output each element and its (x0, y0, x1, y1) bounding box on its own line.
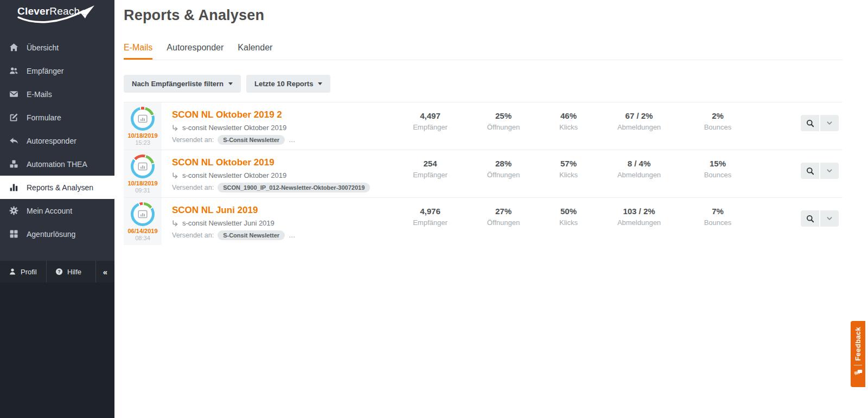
footer-item-label: Profil (21, 268, 37, 276)
sent-to-label: Versendet an: (172, 231, 214, 239)
view-report-button[interactable] (801, 210, 819, 227)
tab-emails[interactable]: E-Mails (124, 43, 152, 60)
stat--ffnungen: 25% Öffnungen (465, 111, 541, 150)
stat-label: Bounces (682, 218, 753, 227)
report-info: SCON NL Oktober 2019 2 s-consit Newslett… (162, 102, 395, 150)
report-title-link[interactable]: SCON NL Oktober 2019 2 (172, 110, 282, 120)
chevron-down-icon (826, 168, 833, 174)
report-list: 10/18/2019 15:23 SCON NL Oktober 2019 2 … (124, 102, 843, 245)
stat-empf-nger: 4,976 Empfänger (395, 207, 465, 245)
magnifier-icon (806, 167, 814, 175)
report-time: 09:31 (135, 187, 150, 194)
tab-autoresponder[interactable]: Autoresponder (167, 43, 224, 60)
stat-label: Empfänger (395, 218, 465, 227)
envelope-icon (9, 89, 18, 99)
stat-klicks: 50% Klicks (541, 207, 596, 245)
report-sent-to: Versendet an: S-Consit Newsletter … (172, 230, 395, 240)
report-date-column: 10/18/2019 09:31 (124, 150, 162, 197)
stat-value: 57% (541, 159, 596, 168)
report-info: SCON NL Juni 2019 s-consit Newsletter Ju… (162, 198, 395, 245)
sidebar-item-formulare[interactable]: Formulare (0, 106, 114, 129)
stat-value: 27% (465, 207, 541, 216)
gear-icon (9, 206, 18, 215)
report-info: SCON NL Oktober 2019 s-consit Newsletter… (162, 150, 395, 197)
report-subject: s-consit Newsletter Oktober 2019 (172, 124, 395, 132)
report-row: 10/18/2019 09:31 SCON NL Oktober 2019 s-… (124, 150, 843, 197)
stat-label: Bounces (682, 171, 753, 179)
stat--ffnungen: 27% Öffnungen (465, 207, 541, 245)
footer-item-collapse[interactable]: « (95, 261, 114, 282)
stat-value: 103 / 2% (596, 207, 682, 216)
tab-kalender[interactable]: Kalender (238, 43, 272, 60)
home-icon (9, 43, 18, 52)
feedback-tab[interactable]: Feedback (851, 321, 865, 387)
stat-abmeldungen: 103 / 2% Abmeldungen (596, 207, 682, 245)
sidebar-item-automation-thea[interactable]: Automation THEA (0, 152, 114, 176)
stat-label: Öffnungen (465, 171, 541, 179)
sidebar-item-empfaenger[interactable]: Empfänger (0, 59, 114, 82)
magnifier-icon (806, 215, 814, 223)
stat-label: Öffnungen (465, 218, 541, 227)
recipient-list-badge[interactable]: S-Consit Newsletter (218, 135, 285, 145)
sent-to-label: Versendet an: (172, 136, 214, 144)
stat-value: 67 / 2% (596, 111, 682, 120)
stat-label: Empfänger (395, 171, 465, 179)
report-stats: 4,976 Empfänger 27% Öffnungen 50% Klicks… (395, 198, 753, 245)
stat-label: Abmeldungen (596, 171, 682, 179)
report-more-button[interactable] (820, 163, 839, 179)
sidebar-item-autoresponder[interactable]: Autoresponder (0, 129, 114, 152)
chat-bubbles-icon (854, 369, 863, 377)
stat-value: 4,497 (395, 111, 465, 120)
stat-value: 7% (682, 207, 753, 216)
question-icon: ? (55, 268, 63, 275)
stat-abmeldungen: 67 / 2% Abmeldungen (596, 111, 682, 150)
stat-value: 28% (465, 159, 541, 168)
report-title-link[interactable]: SCON NL Oktober 2019 (172, 157, 275, 168)
list-ellipsis: … (289, 136, 296, 144)
sidebar-item-label: Empfänger (27, 67, 63, 75)
stat-label: Klicks (541, 123, 596, 131)
cleverreach-logo[interactable]: CleverReach (0, 0, 114, 33)
recipient-list-badge[interactable]: S-Consit Newsletter (218, 230, 285, 240)
report-subject-text: s-consit Newsletter Oktober 2019 (182, 171, 286, 179)
footer-item-profil[interactable]: Profil (0, 261, 46, 282)
sidebar-item-label: Reports & Analysen (27, 183, 93, 192)
feedback-label: Feedback (854, 327, 862, 361)
feedback-divider (854, 365, 862, 365)
recipient-list-badge[interactable]: SCON_1900_IP_012-Newsletter-Oktober-3007… (218, 183, 370, 192)
view-report-button[interactable] (801, 163, 819, 179)
sidebar: CleverReach Übersicht Empfänger E-Mails … (0, 0, 114, 418)
branch-arrow-icon (172, 125, 178, 131)
stat-value: 2% (682, 111, 753, 120)
stat--ffnungen: 28% Öffnungen (465, 159, 541, 197)
sidebar-item-uebersicht[interactable]: Übersicht (0, 36, 114, 59)
stat-value: 50% (541, 207, 596, 216)
report-row: 06/14/2019 08:34 SCON NL Juni 2019 s-con… (124, 197, 843, 245)
sidebar-item-agenturloesung[interactable]: Agenturlösung (0, 222, 114, 246)
stat-empf-nger: 4,497 Empfänger (395, 111, 465, 150)
page-title: Reports & Analysen (124, 7, 868, 24)
report-more-button[interactable] (820, 115, 839, 131)
user-icon (9, 268, 16, 275)
report-count-filter-button[interactable]: Letzte 10 Reports (246, 75, 330, 93)
report-title-link[interactable]: SCON NL Juni 2019 (172, 205, 258, 216)
sidebar-item-mein-account[interactable]: Mein Account (0, 199, 114, 222)
view-report-button[interactable] (801, 115, 819, 131)
filter-bar: Nach Empfängerliste filtern Letzte 10 Re… (124, 75, 868, 93)
report-donut-chart-icon (131, 155, 155, 178)
sidebar-item-label: Formulare (27, 113, 61, 122)
filter-button-label: Letzte 10 Reports (254, 80, 313, 88)
footer-item-hilfe[interactable]: ? Hilfe (46, 261, 95, 282)
sidebar-item-label: Automation THEA (27, 160, 87, 169)
stat-value: 254 (395, 159, 465, 168)
sidebar-item-emails[interactable]: E-Mails (0, 82, 114, 106)
report-actions (753, 150, 843, 197)
stat-label: Abmeldungen (596, 218, 682, 227)
stat-klicks: 57% Klicks (541, 159, 596, 197)
report-more-button[interactable] (820, 210, 839, 227)
report-donut-chart-icon (131, 202, 155, 226)
stat-label: Bounces (682, 123, 753, 131)
report-stats: 4,497 Empfänger 25% Öffnungen 46% Klicks… (395, 102, 753, 150)
recipient-list-filter-button[interactable]: Nach Empfängerliste filtern (124, 75, 241, 93)
sidebar-item-reports-analysen[interactable]: Reports & Analysen (0, 176, 114, 199)
